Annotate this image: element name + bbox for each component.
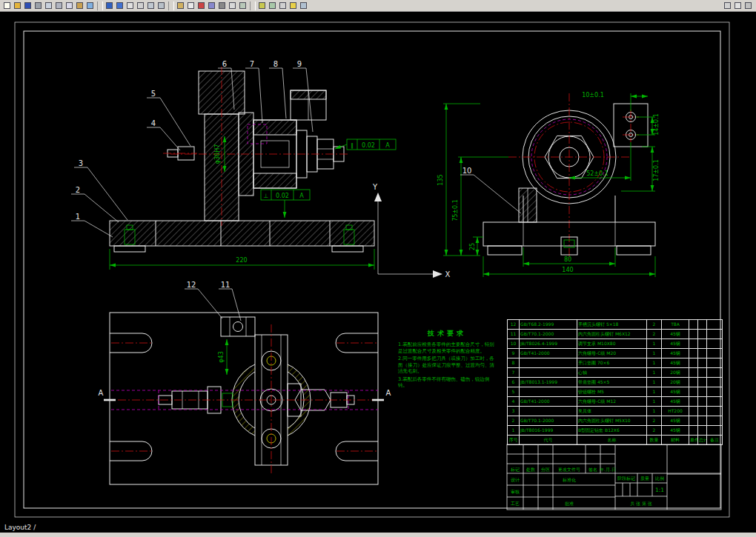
pan-icon[interactable] <box>125 1 135 10</box>
bom-cell <box>707 397 723 407</box>
tab-layout2[interactable]: Layout2 / <box>4 524 36 531</box>
layout-tab-bar: Layout2 / <box>0 523 756 533</box>
bom-cell <box>707 339 723 349</box>
zoom-window-icon[interactable] <box>146 1 156 10</box>
scale-label: 比例 <box>655 476 664 481</box>
bom-cell: 内六角圆柱头螺钉 M6X12 <box>577 330 647 339</box>
svg-text:1: 1 <box>76 213 80 221</box>
list-icon <box>279 2 286 9</box>
svg-text:75±0.1: 75±0.1 <box>452 199 459 221</box>
print-icon[interactable] <box>33 1 43 10</box>
bom-cell: JB/T8016-1999 <box>520 426 577 436</box>
layers-icon[interactable] <box>176 1 185 10</box>
linetype-icon[interactable] <box>207 1 216 10</box>
undo-icon[interactable] <box>105 1 114 10</box>
bom-row: 8开口垫圈 70×6145钢 <box>508 358 723 368</box>
dim-phi43: φ43 <box>218 339 227 375</box>
bom-cell <box>707 358 723 368</box>
bom-cell <box>689 320 698 330</box>
bom-cell: 3 <box>508 407 520 416</box>
model-space-icon[interactable] <box>723 1 732 10</box>
layer-control-icon[interactable] <box>186 1 196 10</box>
callout-1: 1 <box>71 213 113 237</box>
bom-cell <box>689 368 698 378</box>
axis-y-label: Y <box>372 183 378 191</box>
revision-header-count: 处数 <box>525 467 535 473</box>
open-icon[interactable] <box>13 1 22 10</box>
area-icon[interactable] <box>268 1 277 10</box>
bom-cell: 1 <box>508 426 520 436</box>
zoom-previous-icon[interactable] <box>156 1 166 10</box>
bom-cell <box>520 387 577 397</box>
bom-cell <box>698 358 707 368</box>
bom-cell <box>689 426 698 436</box>
open-icon <box>14 2 21 9</box>
list-icon[interactable] <box>278 1 288 10</box>
bom-cell <box>689 378 698 387</box>
zoom-realtime-icon[interactable] <box>136 1 145 10</box>
bom-header-cell: 名称 <box>577 436 647 445</box>
dim-phi30-text: φ30H7 <box>214 144 221 164</box>
properties-icon[interactable] <box>299 1 308 10</box>
match-properties-icon[interactable] <box>85 1 95 10</box>
bom-cell: 20钢 <box>662 368 689 378</box>
bom-cell <box>707 330 723 339</box>
new-icon[interactable] <box>2 1 12 10</box>
bom-cell: 1 <box>647 349 662 358</box>
cut-icon[interactable] <box>54 1 64 10</box>
role-design-label: 设计 <box>511 477 520 482</box>
bom-cell: 45钢 <box>662 416 689 426</box>
bom-cell <box>698 426 707 436</box>
paper-space-icon[interactable] <box>733 1 743 10</box>
bom-cell <box>698 368 707 378</box>
paste-icon[interactable] <box>75 1 84 10</box>
callout-11: 11 <box>219 281 241 321</box>
print-icon <box>35 2 42 9</box>
dim-style-icon[interactable] <box>238 1 248 10</box>
copy-icon[interactable] <box>64 1 74 10</box>
revision-header-docno: 更改文件号 <box>558 467 580 472</box>
svg-text:17±0.1: 17±0.1 <box>653 159 660 181</box>
svg-text:5: 5 <box>151 90 156 98</box>
drawing-canvas[interactable]: 220 φ30H7 ∥ 0.02 A ⊥ <box>0 0 756 537</box>
lineweight-icon[interactable] <box>217 1 227 10</box>
command-bar[interactable] <box>0 533 756 537</box>
undo-icon <box>106 2 113 9</box>
stage-label: 阶段标记 <box>617 476 635 481</box>
text-style-icon[interactable] <box>228 1 237 10</box>
bom-cell: 六角螺母-C级 M12 <box>577 397 647 407</box>
save-icon[interactable] <box>23 1 33 10</box>
fcf-perp-datum: A <box>299 193 304 199</box>
bom-cell <box>698 320 707 330</box>
revision-header-mark: 标记 <box>510 467 520 473</box>
bom-header-cell: 备注 <box>707 436 723 445</box>
help-icon[interactable] <box>288 1 298 10</box>
dim-220-text: 220 <box>236 257 247 264</box>
cut-icon <box>56 2 62 9</box>
role-process-label: 工艺 <box>511 501 520 506</box>
redo-icon[interactable] <box>115 1 125 10</box>
copy-icon <box>66 2 73 9</box>
print-preview-icon[interactable] <box>44 1 53 10</box>
svg-text:A: A <box>99 389 104 397</box>
bom-row: 1JB/T8016-1999B型固定钻套 B12X6245钢 <box>508 426 723 436</box>
ucs-icon[interactable] <box>743 1 753 10</box>
bom-table: 12GB/T68.2-1999开槽沉头螺钉 5×182T8A11GB/T70.1… <box>507 319 723 445</box>
bom-cell: 开槽沉头螺钉 5×18 <box>577 320 647 330</box>
color-control-icon[interactable] <box>196 1 206 10</box>
svg-text:14±0.1: 14±0.1 <box>653 113 660 136</box>
bom-cell: B型固定钻套 B12X6 <box>577 426 647 436</box>
layers-icon <box>177 2 184 9</box>
bom-cell <box>707 416 723 426</box>
svg-text:25: 25 <box>469 243 476 250</box>
bom-cell: 45钢 <box>662 426 689 436</box>
bom-cell <box>520 368 577 378</box>
svg-text:52±0.1: 52±0.1 <box>586 170 609 177</box>
distance-icon[interactable] <box>257 1 267 10</box>
role-approve-label: 批准 <box>565 501 574 507</box>
bom-cell <box>707 378 723 387</box>
match-properties-icon <box>87 2 93 9</box>
bom-cell <box>698 387 707 397</box>
dim-25: 25 <box>469 237 483 256</box>
svg-text:4: 4 <box>151 119 156 127</box>
